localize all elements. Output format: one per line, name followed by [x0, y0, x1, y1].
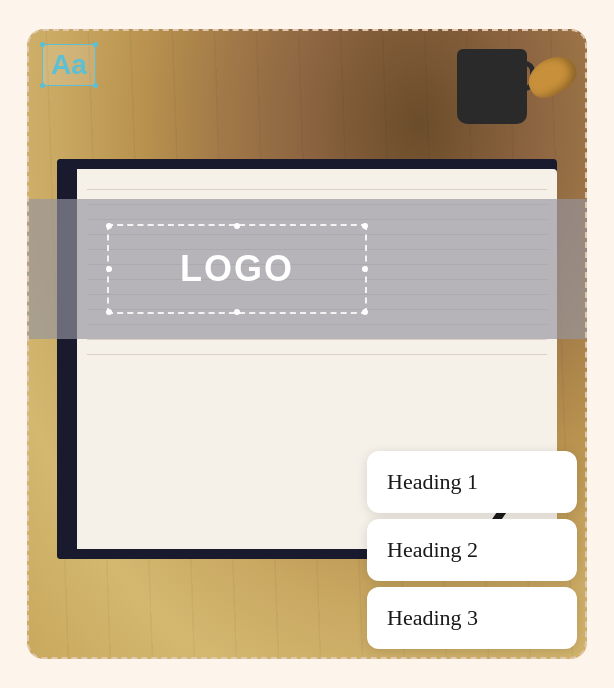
logo-box[interactable]: LOGO [107, 224, 367, 314]
croissant [527, 59, 582, 114]
aa-corner-bl [40, 83, 45, 88]
heading-card-2[interactable]: Heading 2 [367, 519, 577, 581]
heading-2-text: Heading 2 [387, 537, 478, 563]
mid-handle-left [106, 266, 112, 272]
aa-label: Aa [51, 49, 87, 80]
mid-handle-top [234, 223, 240, 229]
aa-corner-tl [40, 42, 45, 47]
heading-1-text: Heading 1 [387, 469, 478, 495]
corner-handle-tr [362, 223, 368, 229]
logo-placeholder-text: LOGO [180, 248, 294, 290]
heading-card-3[interactable]: Heading 3 [367, 587, 577, 649]
heading-card-1[interactable]: Heading 1 [367, 451, 577, 513]
aa-corner-br [93, 83, 98, 88]
mid-handle-bottom [234, 309, 240, 315]
mid-handle-right [362, 266, 368, 272]
main-card: LOGO Aa Heading 1 Heading 2 Heading 3 [27, 29, 587, 659]
heading-cards-container: Heading 1 Heading 2 Heading 3 [367, 451, 577, 649]
heading-3-text: Heading 3 [387, 605, 478, 631]
corner-handle-tl [106, 223, 112, 229]
corner-handle-br [362, 309, 368, 315]
corner-handle-bl [106, 309, 112, 315]
aa-corner-tr [93, 42, 98, 47]
aa-text-element[interactable]: Aa [42, 44, 96, 86]
